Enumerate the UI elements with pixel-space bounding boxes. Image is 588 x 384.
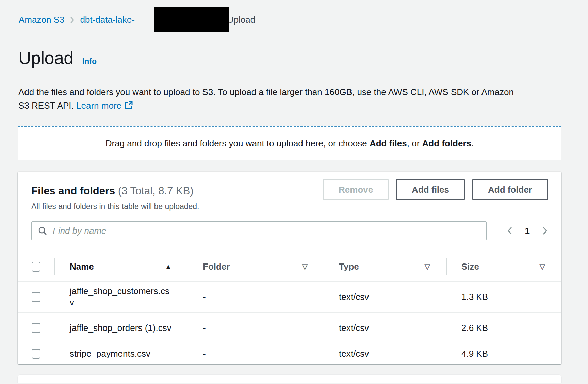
search-icon bbox=[38, 226, 47, 237]
files-table: Name ▲ Folder ▽ Type ▽ Size ▽ jaffle_sho… bbox=[18, 252, 561, 364]
table-row: stripe_payments.csv - text/csv 4.9 KB bbox=[18, 343, 561, 364]
sort-none-icon: ▽ bbox=[425, 262, 430, 271]
redaction-box bbox=[154, 7, 229, 32]
panel-title: Files and folders bbox=[31, 185, 115, 197]
info-link[interactable]: Info bbox=[82, 57, 97, 66]
file-type: text/csv bbox=[339, 292, 369, 302]
column-header-folder[interactable]: Folder ▽ bbox=[188, 252, 324, 281]
file-folder: - bbox=[203, 323, 206, 333]
file-size: 4.9 KB bbox=[461, 349, 488, 359]
table-row: jaffle_shop_customers.csv - text/csv 1.3… bbox=[18, 281, 561, 312]
add-files-button[interactable]: Add files bbox=[396, 179, 465, 200]
learn-more-link[interactable]: Learn more bbox=[76, 100, 121, 111]
description-line1: Add the files and folders you want to up… bbox=[18, 87, 514, 97]
panel-heading: Files and folders (3 Total, 8.7 KB) bbox=[31, 185, 199, 197]
panel-subtitle: All files and folders in this table will… bbox=[31, 202, 199, 211]
file-type: text/csv bbox=[339, 349, 369, 359]
file-name: jaffle_shop_orders (1).csv bbox=[70, 322, 172, 334]
page-title: Upload bbox=[18, 48, 74, 68]
breadcrumb-chevron-icon bbox=[70, 16, 75, 25]
external-link-icon bbox=[124, 100, 133, 113]
file-name: jaffle_shop_customers.csv bbox=[70, 286, 172, 308]
search-input[interactable] bbox=[31, 221, 487, 240]
add-folder-button[interactable]: Add folder bbox=[472, 179, 548, 200]
column-header-type[interactable]: Type ▽ bbox=[324, 252, 446, 281]
column-header-size[interactable]: Size ▽ bbox=[446, 252, 561, 281]
column-header-name[interactable]: Name ▲ bbox=[54, 252, 188, 281]
select-all-checkbox[interactable] bbox=[32, 262, 40, 272]
remove-button[interactable]: Remove bbox=[323, 179, 389, 200]
header-checkbox-cell bbox=[18, 262, 54, 272]
table-row: jaffle_shop_orders (1).csv - text/csv 2.… bbox=[18, 312, 561, 343]
files-and-folders-panel: Files and folders (3 Total, 8.7 KB) All … bbox=[18, 172, 561, 364]
next-page-button[interactable] bbox=[542, 226, 548, 236]
next-section-panel bbox=[18, 375, 561, 383]
pagination: 1 bbox=[507, 226, 548, 236]
sort-ascending-icon: ▲ bbox=[165, 263, 172, 270]
sort-none-icon: ▽ bbox=[302, 262, 308, 271]
file-size: 2.6 KB bbox=[461, 323, 488, 333]
dropzone-text: Drag and drop files and folders you want… bbox=[105, 138, 474, 149]
current-page[interactable]: 1 bbox=[525, 226, 530, 236]
previous-page-button[interactable] bbox=[507, 226, 513, 236]
sort-none-icon: ▽ bbox=[540, 262, 545, 271]
breadcrumb-current: Upload bbox=[227, 15, 255, 25]
file-size: 1.3 KB bbox=[461, 292, 488, 302]
drag-drop-zone[interactable]: Drag and drop files and folders you want… bbox=[18, 126, 561, 160]
breadcrumb-bucket[interactable]: dbt-data-lake- bbox=[80, 15, 134, 25]
file-name: stripe_payments.csv bbox=[70, 348, 172, 359]
breadcrumb-amazon-s3[interactable]: Amazon S3 bbox=[19, 15, 64, 25]
row-checkbox[interactable] bbox=[32, 323, 40, 333]
file-folder: - bbox=[203, 349, 206, 359]
row-checkbox[interactable] bbox=[32, 292, 40, 302]
breadcrumb: Amazon S3 dbt-data-lake- Upload bbox=[19, 7, 588, 32]
file-type: text/csv bbox=[339, 323, 369, 333]
description-line2: S3 REST API. bbox=[18, 100, 74, 111]
file-folder: - bbox=[203, 292, 206, 302]
panel-count: (3 Total, 8.7 KB) bbox=[118, 185, 194, 197]
page-description: Add the files and folders you want to up… bbox=[18, 85, 563, 113]
row-checkbox[interactable] bbox=[32, 349, 40, 359]
